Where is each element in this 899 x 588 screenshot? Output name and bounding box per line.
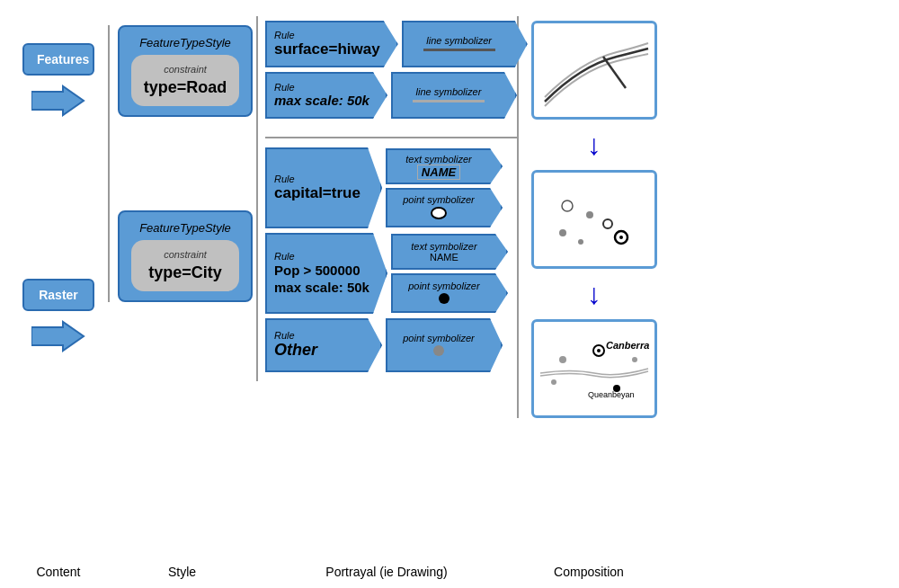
- point-sym-circle-capital: [431, 207, 447, 219]
- sym-pop-point: point symbolizer: [391, 273, 508, 313]
- line-sym-hiway: [423, 49, 495, 51]
- fts-city-constraint: constraint type=City: [131, 240, 239, 291]
- label-style: Style: [108, 565, 256, 579]
- svg-point-5: [603, 219, 612, 228]
- canberra-svg: Canberra Queanbeyan: [536, 324, 653, 414]
- svg-marker-0: [31, 86, 84, 115]
- svg-point-4: [559, 229, 566, 236]
- svg-point-14: [559, 356, 566, 363]
- rule-pop-value: Pop > 500000 max scale: 50k: [274, 262, 369, 297]
- rule-other-value: Other: [274, 341, 317, 361]
- svg-point-3: [586, 211, 593, 218]
- rule-maxscale-arrow: Rule max scale: 50k: [265, 72, 387, 119]
- svg-point-2: [562, 200, 573, 211]
- comp-road-box: [531, 21, 657, 120]
- fts-road: FeatureTypeStyle constraint type=Road: [118, 25, 253, 117]
- svg-text:Canberra: Canberra: [606, 340, 649, 351]
- point-sym-dot-pop: [439, 293, 450, 304]
- rule-other-label: Rule: [274, 330, 295, 341]
- city-rules: Rule capital=true text symbolizer NAME p…: [265, 147, 508, 374]
- rule-hiway-label: Rule: [274, 30, 295, 40]
- rule-pop: Rule Pop > 500000 max scale: 50k text sy…: [265, 233, 508, 314]
- raster-arrow: [31, 320, 85, 352]
- separator-roads-cities: [265, 137, 517, 138]
- road-svg: [536, 25, 653, 115]
- svg-point-8: [578, 239, 583, 245]
- sym-other-point-label: point symbolizer: [403, 333, 474, 343]
- point-sym-dot-other: [433, 345, 444, 356]
- fts-road-constraint: constraint type=Road: [131, 55, 239, 106]
- sym-capital-text: text symbolizer NAME: [386, 148, 503, 184]
- rule-capital: Rule capital=true text symbolizer NAME p…: [265, 147, 508, 228]
- fts-city: FeatureTypeStyle constraint type=City: [118, 210, 253, 302]
- rule-other: Rule Other point symbolizer: [265, 318, 508, 372]
- text-sym-name-pop: NAME: [426, 252, 462, 263]
- diagram: Features Raster FeatureTypeStyle constra…: [0, 0, 899, 557]
- constraint-value-city: type=City: [137, 263, 234, 282]
- rule-pop-arrow: Rule Pop > 500000 max scale: 50k: [265, 233, 387, 314]
- features-box: Features: [22, 43, 94, 76]
- col-portrayal: Rule surface=hiway line symbolizer Rule …: [256, 16, 517, 381]
- col-composition: ↓ ↓: [517, 16, 661, 418]
- col-content: Features Raster: [9, 43, 108, 352]
- sym-maxscale-line: line symbolizer: [391, 72, 517, 119]
- comp-city-box: [531, 170, 657, 269]
- line-sym-maxscale: [413, 100, 485, 102]
- rule-capital-label: Rule: [274, 174, 295, 184]
- rule-maxscale: Rule max scale: 50k line symbolizer: [265, 72, 528, 119]
- sym-pop-text-label: text symbolizer: [411, 241, 476, 252]
- sym-other-point: point symbolizer: [386, 318, 503, 372]
- rule-pop-label: Rule: [274, 251, 295, 262]
- rule-hiway-value: surface=hiway: [274, 40, 380, 58]
- city-svg: [536, 174, 653, 264]
- col-style: FeatureTypeStyle constraint type=Road Fe…: [108, 25, 256, 302]
- label-portrayal: Portrayal (ie Drawing): [256, 565, 517, 579]
- features-arrow: [31, 85, 85, 117]
- fts-city-title: FeatureTypeStyle: [139, 221, 231, 235]
- sym-capital-text-label: text symbolizer: [405, 154, 471, 165]
- sym-capital-stack: text symbolizer NAME point symbolizer: [386, 148, 503, 227]
- sym-hiway-line: line symbolizer: [402, 21, 528, 67]
- sym-pop-stack: text symbolizer NAME point symbolizer: [391, 234, 508, 313]
- raster-box: Raster: [22, 279, 94, 311]
- constraint-value-road: type=Road: [137, 78, 234, 97]
- fts-road-title: FeatureTypeStyle: [139, 36, 231, 49]
- comp-canberra-box: Canberra Queanbeyan: [531, 319, 657, 418]
- rule-other-arrow: Rule Other: [265, 318, 382, 372]
- bottom-labels: Content Style Portrayal (ie Drawing) Com…: [0, 565, 899, 579]
- svg-point-7: [619, 236, 623, 239]
- sym-maxscale-line-label: line symbolizer: [416, 86, 482, 97]
- rule-capital-value: capital=true: [274, 184, 360, 202]
- road-rules: Rule surface=hiway line symbolizer Rule …: [265, 21, 528, 120]
- sym-pop-text: text symbolizer NAME: [391, 234, 508, 270]
- sym-capital-point-label: point symbolizer: [403, 194, 474, 205]
- constraint-label-city: constraint: [137, 249, 234, 260]
- svg-point-15: [551, 379, 556, 385]
- label-composition: Composition: [517, 565, 661, 579]
- rule-hiway: Rule surface=hiway line symbolizer: [265, 21, 528, 67]
- svg-text:Queanbeyan: Queanbeyan: [588, 390, 635, 399]
- sym-capital-point: point symbolizer: [386, 188, 503, 227]
- svg-point-10: [597, 349, 601, 352]
- constraint-label-road: constraint: [137, 64, 234, 75]
- sym-hiway-line-label: line symbolizer: [426, 35, 492, 46]
- rule-maxscale-value: max scale: 50k: [274, 93, 369, 109]
- rule-maxscale-label: Rule: [274, 82, 295, 93]
- rule-capital-arrow: Rule capital=true: [265, 147, 382, 228]
- arrow-down-2: ↓: [587, 280, 601, 308]
- svg-marker-1: [31, 322, 84, 351]
- sym-pop-point-label: point symbolizer: [408, 281, 479, 291]
- text-sym-name-capital: NAME: [417, 165, 460, 180]
- label-content: Content: [9, 565, 108, 579]
- rule-hiway-arrow: Rule surface=hiway: [265, 21, 398, 67]
- arrow-down-1: ↓: [587, 130, 601, 159]
- svg-point-16: [632, 357, 637, 362]
